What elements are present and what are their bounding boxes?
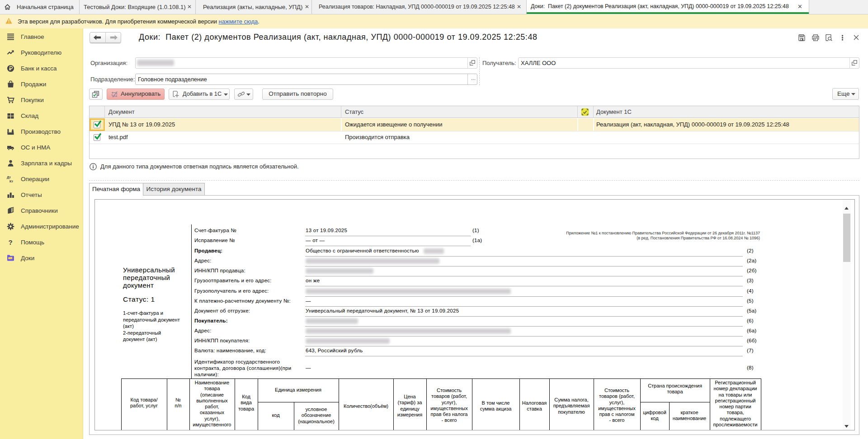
svg-text:?: ? bbox=[9, 238, 13, 246]
svg-text:Кт: Кт bbox=[9, 179, 14, 183]
